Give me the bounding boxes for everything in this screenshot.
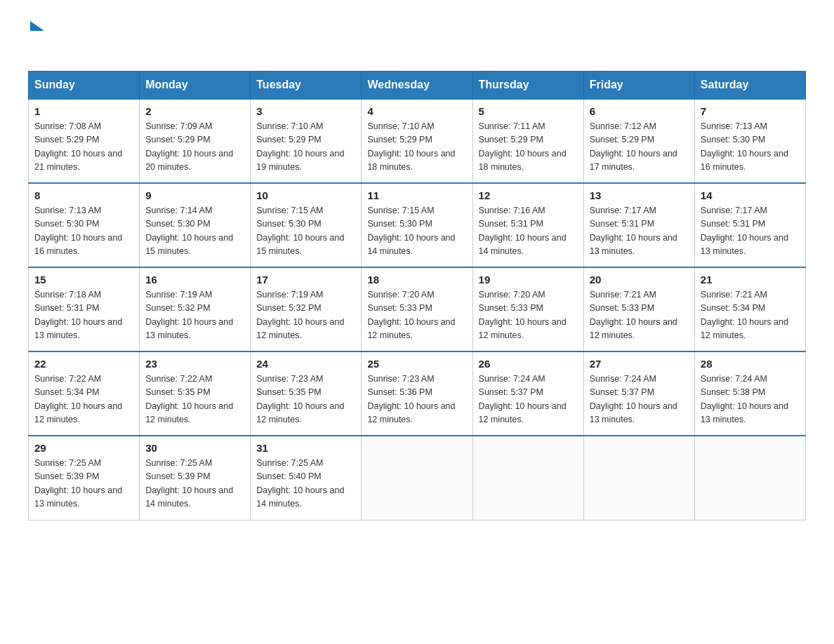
calendar-cell: 30 Sunrise: 7:25 AM Sunset: 5:39 PM Dayl… bbox=[140, 436, 251, 520]
calendar-cell: 31 Sunrise: 7:25 AM Sunset: 5:40 PM Dayl… bbox=[251, 436, 362, 520]
calendar-cell: 27 Sunrise: 7:24 AM Sunset: 5:37 PM Dayl… bbox=[583, 351, 694, 436]
logo bbox=[28, 21, 44, 57]
day-info: Sunrise: 7:24 AM Sunset: 5:38 PM Dayligh… bbox=[701, 373, 800, 427]
calendar-cell: 2 Sunrise: 7:09 AM Sunset: 5:29 PM Dayli… bbox=[140, 99, 251, 183]
day-number: 14 bbox=[701, 189, 800, 201]
day-number: 7 bbox=[701, 105, 800, 117]
day-info: Sunrise: 7:10 AM Sunset: 5:29 PM Dayligh… bbox=[256, 120, 355, 175]
day-info: Sunrise: 7:21 AM Sunset: 5:33 PM Dayligh… bbox=[590, 288, 689, 343]
day-info: Sunrise: 7:22 AM Sunset: 5:35 PM Dayligh… bbox=[145, 373, 244, 427]
week-row-5: 29 Sunrise: 7:25 AM Sunset: 5:39 PM Dayl… bbox=[29, 436, 806, 520]
day-number: 19 bbox=[479, 274, 578, 286]
calendar-cell bbox=[362, 436, 472, 520]
calendar-cell: 8 Sunrise: 7:13 AM Sunset: 5:30 PM Dayli… bbox=[29, 183, 140, 267]
day-info: Sunrise: 7:17 AM Sunset: 5:31 PM Dayligh… bbox=[590, 204, 689, 259]
day-number: 23 bbox=[145, 358, 244, 370]
day-info: Sunrise: 7:20 AM Sunset: 5:33 PM Dayligh… bbox=[479, 288, 578, 343]
day-number: 15 bbox=[34, 274, 133, 286]
day-number: 1 bbox=[34, 105, 133, 117]
day-number: 18 bbox=[367, 274, 466, 286]
day-number: 24 bbox=[256, 358, 355, 370]
calendar-cell: 14 Sunrise: 7:17 AM Sunset: 5:31 PM Dayl… bbox=[694, 183, 805, 267]
day-number: 21 bbox=[701, 274, 800, 286]
calendar-cell: 18 Sunrise: 7:20 AM Sunset: 5:33 PM Dayl… bbox=[362, 267, 472, 351]
calendar-cell: 15 Sunrise: 7:18 AM Sunset: 5:31 PM Dayl… bbox=[29, 267, 140, 351]
calendar-cell: 13 Sunrise: 7:17 AM Sunset: 5:31 PM Dayl… bbox=[583, 183, 694, 267]
day-info: Sunrise: 7:15 AM Sunset: 5:30 PM Dayligh… bbox=[367, 204, 466, 259]
header-wednesday: Wednesday bbox=[362, 72, 472, 100]
week-row-4: 22 Sunrise: 7:22 AM Sunset: 5:34 PM Dayl… bbox=[29, 351, 806, 436]
day-number: 6 bbox=[590, 105, 689, 117]
day-info: Sunrise: 7:13 AM Sunset: 5:30 PM Dayligh… bbox=[701, 120, 800, 175]
calendar-cell: 16 Sunrise: 7:19 AM Sunset: 5:32 PM Dayl… bbox=[140, 267, 251, 351]
calendar-cell: 23 Sunrise: 7:22 AM Sunset: 5:35 PM Dayl… bbox=[140, 351, 251, 436]
calendar-cell: 26 Sunrise: 7:24 AM Sunset: 5:37 PM Dayl… bbox=[472, 351, 583, 436]
day-info: Sunrise: 7:16 AM Sunset: 5:31 PM Dayligh… bbox=[479, 204, 578, 259]
calendar-cell: 21 Sunrise: 7:21 AM Sunset: 5:34 PM Dayl… bbox=[694, 267, 805, 351]
day-info: Sunrise: 7:11 AM Sunset: 5:29 PM Dayligh… bbox=[479, 120, 578, 175]
header-friday: Friday bbox=[583, 72, 694, 100]
calendar-cell bbox=[694, 436, 805, 520]
day-info: Sunrise: 7:25 AM Sunset: 5:39 PM Dayligh… bbox=[34, 457, 133, 511]
day-info: Sunrise: 7:13 AM Sunset: 5:30 PM Dayligh… bbox=[34, 204, 133, 259]
day-info: Sunrise: 7:15 AM Sunset: 5:30 PM Dayligh… bbox=[256, 204, 355, 259]
calendar-cell: 12 Sunrise: 7:16 AM Sunset: 5:31 PM Dayl… bbox=[472, 183, 583, 267]
header-tuesday: Tuesday bbox=[251, 72, 362, 100]
day-number: 13 bbox=[590, 189, 689, 201]
day-info: Sunrise: 7:18 AM Sunset: 5:31 PM Dayligh… bbox=[34, 288, 133, 343]
week-row-2: 8 Sunrise: 7:13 AM Sunset: 5:30 PM Dayli… bbox=[29, 183, 806, 267]
day-number: 26 bbox=[479, 358, 578, 370]
day-info: Sunrise: 7:23 AM Sunset: 5:35 PM Dayligh… bbox=[256, 373, 355, 427]
week-row-1: 1 Sunrise: 7:08 AM Sunset: 5:29 PM Dayli… bbox=[29, 99, 806, 183]
day-info: Sunrise: 7:20 AM Sunset: 5:33 PM Dayligh… bbox=[367, 288, 466, 343]
calendar-cell bbox=[472, 436, 583, 520]
calendar-cell: 17 Sunrise: 7:19 AM Sunset: 5:32 PM Dayl… bbox=[251, 267, 362, 351]
day-info: Sunrise: 7:10 AM Sunset: 5:29 PM Dayligh… bbox=[367, 120, 466, 175]
day-number: 10 bbox=[256, 189, 355, 201]
day-number: 27 bbox=[590, 358, 689, 370]
calendar-table: SundayMondayTuesdayWednesdayThursdayFrid… bbox=[28, 71, 806, 521]
day-number: 4 bbox=[367, 105, 466, 117]
header-row: SundayMondayTuesdayWednesdayThursdayFrid… bbox=[29, 72, 806, 100]
day-info: Sunrise: 7:22 AM Sunset: 5:34 PM Dayligh… bbox=[34, 373, 133, 427]
day-info: Sunrise: 7:23 AM Sunset: 5:36 PM Dayligh… bbox=[367, 373, 466, 427]
day-number: 5 bbox=[479, 105, 578, 117]
day-number: 9 bbox=[145, 189, 244, 201]
day-info: Sunrise: 7:24 AM Sunset: 5:37 PM Dayligh… bbox=[590, 373, 689, 427]
day-number: 17 bbox=[256, 274, 355, 286]
day-number: 31 bbox=[256, 442, 355, 454]
calendar-cell: 28 Sunrise: 7:24 AM Sunset: 5:38 PM Dayl… bbox=[694, 351, 805, 436]
day-number: 8 bbox=[34, 189, 133, 201]
page-header bbox=[28, 21, 806, 57]
day-info: Sunrise: 7:24 AM Sunset: 5:37 PM Dayligh… bbox=[479, 373, 578, 427]
day-info: Sunrise: 7:12 AM Sunset: 5:29 PM Dayligh… bbox=[590, 120, 689, 175]
day-info: Sunrise: 7:14 AM Sunset: 5:30 PM Dayligh… bbox=[145, 204, 244, 259]
calendar-cell: 3 Sunrise: 7:10 AM Sunset: 5:29 PM Dayli… bbox=[251, 99, 362, 183]
day-info: Sunrise: 7:17 AM Sunset: 5:31 PM Dayligh… bbox=[701, 204, 800, 259]
day-number: 20 bbox=[590, 274, 689, 286]
header-saturday: Saturday bbox=[694, 72, 805, 100]
header-sunday: Sunday bbox=[29, 72, 140, 100]
calendar-cell: 7 Sunrise: 7:13 AM Sunset: 5:30 PM Dayli… bbox=[694, 99, 805, 183]
calendar-cell: 25 Sunrise: 7:23 AM Sunset: 5:36 PM Dayl… bbox=[362, 351, 472, 436]
calendar-cell: 9 Sunrise: 7:14 AM Sunset: 5:30 PM Dayli… bbox=[140, 183, 251, 267]
header-thursday: Thursday bbox=[472, 72, 583, 100]
calendar-cell: 11 Sunrise: 7:15 AM Sunset: 5:30 PM Dayl… bbox=[362, 183, 472, 267]
day-info: Sunrise: 7:09 AM Sunset: 5:29 PM Dayligh… bbox=[145, 120, 244, 175]
calendar-cell: 5 Sunrise: 7:11 AM Sunset: 5:29 PM Dayli… bbox=[472, 99, 583, 183]
calendar-cell: 19 Sunrise: 7:20 AM Sunset: 5:33 PM Dayl… bbox=[472, 267, 583, 351]
calendar-cell: 6 Sunrise: 7:12 AM Sunset: 5:29 PM Dayli… bbox=[583, 99, 694, 183]
day-number: 3 bbox=[256, 105, 355, 117]
day-number: 22 bbox=[34, 358, 133, 370]
day-info: Sunrise: 7:25 AM Sunset: 5:39 PM Dayligh… bbox=[145, 457, 244, 511]
calendar-cell: 4 Sunrise: 7:10 AM Sunset: 5:29 PM Dayli… bbox=[362, 99, 472, 183]
day-number: 11 bbox=[367, 189, 466, 201]
day-number: 29 bbox=[34, 442, 133, 454]
day-number: 30 bbox=[145, 442, 244, 454]
day-info: Sunrise: 7:08 AM Sunset: 5:29 PM Dayligh… bbox=[34, 120, 133, 175]
header-monday: Monday bbox=[140, 72, 251, 100]
day-info: Sunrise: 7:25 AM Sunset: 5:40 PM Dayligh… bbox=[256, 457, 355, 511]
day-info: Sunrise: 7:19 AM Sunset: 5:32 PM Dayligh… bbox=[256, 288, 355, 343]
day-info: Sunrise: 7:21 AM Sunset: 5:34 PM Dayligh… bbox=[701, 288, 800, 343]
calendar-cell bbox=[583, 436, 694, 520]
